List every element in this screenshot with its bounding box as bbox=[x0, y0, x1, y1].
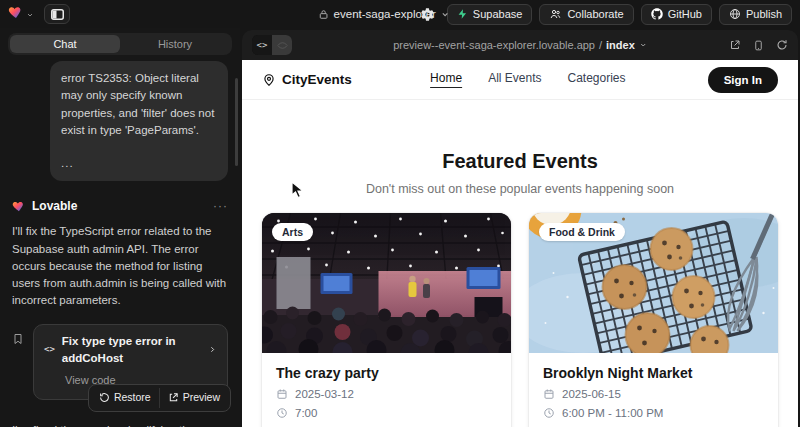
nav-all-events[interactable]: All Events bbox=[488, 71, 541, 88]
nav-home[interactable]: Home bbox=[430, 71, 462, 88]
calendar-icon bbox=[543, 388, 555, 400]
event-date: 2025-03-12 bbox=[295, 388, 354, 400]
nav-categories[interactable]: Categories bbox=[567, 71, 625, 88]
event-card-brooklyn-market[interactable]: Food & Drink Brooklyn Night Market 2025-… bbox=[529, 213, 778, 427]
event-title: Brooklyn Night Market bbox=[543, 365, 764, 381]
result-text-1: I've fixed the error by simplifying the … bbox=[12, 424, 195, 427]
code-card-title: Fix type type error in addCoHost bbox=[62, 333, 201, 368]
event-date-row: 2025-06-15 bbox=[543, 388, 764, 400]
event-title: The crazy party bbox=[276, 365, 497, 381]
event-time-row: 7:00 bbox=[276, 407, 497, 419]
chevron-right-icon bbox=[208, 345, 217, 354]
map-pin-icon bbox=[262, 73, 276, 87]
preview-change-button[interactable]: Preview bbox=[159, 388, 228, 408]
supabase-icon bbox=[457, 8, 468, 20]
open-in-new-tab-button[interactable] bbox=[729, 39, 741, 51]
brand-name: CityEvents bbox=[282, 72, 352, 87]
assistant-result: I've fixed the error by simplifying the … bbox=[12, 422, 228, 427]
code-view-button[interactable]: <> bbox=[252, 35, 272, 55]
lock-icon bbox=[319, 9, 329, 20]
browser-bar-actions bbox=[729, 39, 788, 52]
event-time: 7:00 bbox=[295, 407, 317, 419]
clock-icon bbox=[543, 407, 555, 419]
topbar-actions: Supabase Collaborate GitHub Publish bbox=[416, 4, 792, 25]
url-divider: / bbox=[599, 39, 602, 51]
preview-url[interactable]: preview--event-saga-explorer.lovable.app… bbox=[393, 39, 647, 51]
github-icon bbox=[651, 8, 663, 20]
code-change-card[interactable]: <> Fix type type error in addCoHost View… bbox=[33, 324, 228, 400]
external-link-icon bbox=[168, 392, 179, 403]
collaborate-users-icon bbox=[549, 8, 562, 20]
lovable-logo-menu[interactable] bbox=[8, 4, 34, 24]
tab-chat[interactable]: Chat bbox=[10, 35, 120, 53]
topbar-left bbox=[8, 4, 70, 24]
publish-label: Publish bbox=[746, 8, 782, 20]
project-name: event-saga-explorer bbox=[334, 8, 436, 20]
user-message-bubble: error TS2353: Object literal may only sp… bbox=[50, 61, 228, 181]
preview-label: Preview bbox=[183, 390, 220, 406]
lovable-heart-icon bbox=[12, 199, 26, 213]
event-time-row: 6:00 PM - 11:00 PM bbox=[543, 407, 764, 419]
panel-left-icon bbox=[51, 9, 64, 20]
refresh-icon bbox=[776, 39, 788, 51]
restore-label: Restore bbox=[114, 390, 151, 406]
site-content: CityEvents Home All Events Categories Si… bbox=[242, 60, 798, 427]
main-area: Chat History error TS2353: Object litera… bbox=[0, 28, 800, 427]
assistant-name: Lovable bbox=[32, 197, 77, 215]
tab-history[interactable]: History bbox=[120, 35, 230, 53]
project-switcher[interactable]: event-saga-explorer bbox=[319, 0, 450, 28]
code-card-title-row: <> Fix type type error in addCoHost bbox=[44, 333, 217, 368]
refresh-button[interactable] bbox=[776, 39, 788, 51]
restore-button[interactable]: Restore bbox=[91, 388, 159, 408]
chat-sidebar: Chat History error TS2353: Object litera… bbox=[0, 28, 240, 427]
event-date-row: 2025-03-12 bbox=[276, 388, 497, 400]
publish-button[interactable]: Publish bbox=[719, 4, 792, 25]
collaborate-label: Collaborate bbox=[567, 8, 623, 20]
section-title: Featured Events bbox=[242, 150, 798, 173]
sidebar-toggle-button[interactable] bbox=[44, 4, 70, 24]
event-image-conference: Arts bbox=[262, 213, 511, 353]
event-card-body: The crazy party 2025-03-12 7:00 bbox=[262, 353, 511, 427]
sign-in-button[interactable]: Sign In bbox=[708, 67, 778, 93]
site-nav: Home All Events Categories bbox=[430, 71, 625, 88]
supabase-label: Supabase bbox=[473, 8, 523, 20]
code-preview-toggle: <> bbox=[252, 35, 292, 55]
category-badge: Arts bbox=[272, 223, 313, 241]
bookmark-icon[interactable] bbox=[12, 332, 24, 351]
external-link-icon bbox=[729, 39, 741, 51]
code-icon: <> bbox=[44, 343, 55, 357]
top-bar: event-saga-explorer Supabase Collaborate bbox=[0, 0, 800, 28]
message-menu-button[interactable]: ··· bbox=[213, 197, 228, 215]
lovable-app-window: event-saga-explorer Supabase Collaborate bbox=[0, 0, 800, 427]
github-button[interactable]: GitHub bbox=[641, 4, 712, 25]
eye-icon bbox=[277, 40, 288, 51]
url-host: preview--event-saga-explorer.lovable.app bbox=[393, 39, 595, 51]
site-brand[interactable]: CityEvents bbox=[262, 72, 352, 87]
clock-icon bbox=[276, 407, 288, 419]
section-subtitle: Don't miss out on these popular events h… bbox=[242, 182, 798, 196]
url-page: index bbox=[606, 39, 635, 51]
mobile-view-button[interactable] bbox=[753, 39, 764, 52]
event-card-body: Brooklyn Night Market 2025-06-15 6:00 PM… bbox=[529, 353, 778, 427]
sidebar-tabs: Chat History bbox=[8, 33, 232, 55]
globe-icon bbox=[729, 8, 741, 20]
event-date: 2025-06-15 bbox=[562, 388, 621, 400]
github-label: GitHub bbox=[668, 8, 702, 20]
collaborate-button[interactable]: Collaborate bbox=[539, 4, 633, 25]
user-message-ellipsis: ... bbox=[61, 155, 217, 172]
chevron-down-icon bbox=[639, 41, 647, 49]
assistant-intro: I'll fix the TypeScript error related to… bbox=[12, 223, 228, 309]
preview-pane: <> preview--event-saga-explorer.lovable.… bbox=[242, 30, 798, 427]
event-image-cookies: Food & Drink bbox=[529, 213, 778, 353]
chevron-down-icon bbox=[441, 10, 450, 19]
event-time: 6:00 PM - 11:00 PM bbox=[562, 407, 663, 419]
preview-view-button[interactable] bbox=[272, 35, 292, 55]
calendar-icon bbox=[276, 388, 288, 400]
supabase-button[interactable]: Supabase bbox=[447, 4, 533, 25]
chevron-down-icon bbox=[26, 5, 34, 23]
category-badge: Food & Drink bbox=[539, 223, 625, 241]
chat-messages: error TS2353: Object literal may only sp… bbox=[0, 59, 240, 427]
restore-icon bbox=[99, 392, 110, 403]
event-card-crazy-party[interactable]: Arts The crazy party 2025-03-12 7:00 bbox=[262, 213, 511, 427]
sidebar-scrollbar[interactable] bbox=[235, 78, 238, 166]
